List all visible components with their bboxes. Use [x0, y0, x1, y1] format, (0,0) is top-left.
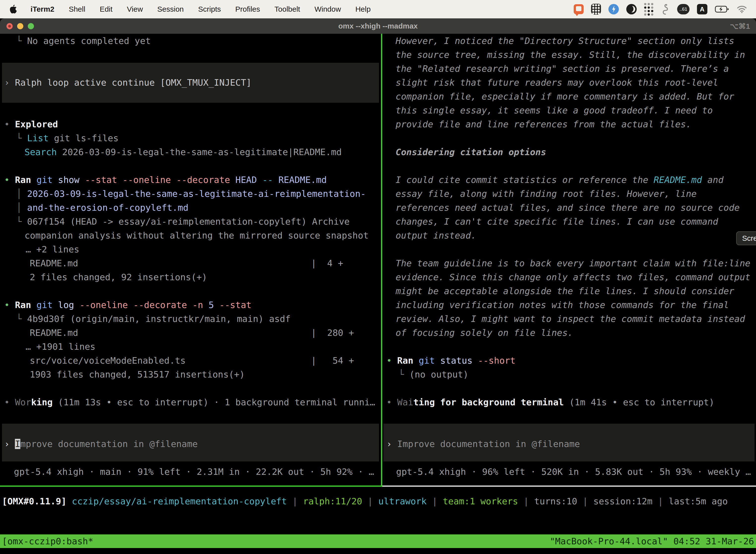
text-segment: ›: [386, 439, 397, 449]
menu-item-help[interactable]: Help: [348, 0, 378, 18]
terminal-line: … +2 lines: [4, 242, 381, 257]
text-segment: ›: [4, 77, 15, 88]
terminal-line: gpt-5.4 xhigh · 96% left · 520K in · 5.8…: [386, 465, 756, 479]
menu-item-profiles[interactable]: Profiles: [228, 0, 267, 18]
terminal-line: The team guideline is to back every impo…: [386, 257, 756, 270]
text-segment: --stat: [214, 300, 252, 310]
terminal-line: └ List git ls-files: [4, 131, 381, 145]
text-segment: and-the-erosion-of-copyleft.md: [27, 203, 188, 213]
terminal-line: output instead.: [386, 229, 756, 242]
terminal-window: └ No agents completed yet› Ralph loop ac…: [0, 34, 756, 554]
text-segment: team:1 workers: [443, 496, 518, 506]
text-segment: [OMX#0.11.9]: [2, 496, 66, 506]
terminal-line: references need actual files, and since …: [386, 201, 756, 215]
text-segment: 1903 files changed, 513517 insertions(+): [30, 369, 245, 380]
text-segment: git ls-files: [49, 133, 119, 143]
terminal-line: • Ran git status --short: [386, 354, 756, 368]
text-segment: references need actual files, and since …: [396, 203, 740, 213]
text-segment: cczip/essay/ai-reimplementation-copyleft: [66, 496, 287, 506]
terminal-line: provide file and line references from th…: [386, 117, 756, 131]
terminal-line: evidence. Since this change only affects…: [386, 270, 756, 284]
text-segment: 5: [203, 300, 214, 310]
text-segment: companion file, especially if more comme…: [396, 91, 734, 102]
menu-item-window[interactable]: Window: [307, 0, 348, 18]
text-segment: └: [398, 369, 409, 380]
percent-badge-label: ..61: [677, 4, 690, 14]
text-segment: src/voice/voiceModeEnabled.ts: [30, 355, 186, 366]
text-segment: └: [16, 133, 27, 143]
text-segment: •: [4, 300, 15, 310]
menu-items: iTerm2ShellEditViewSessionScriptsProfile…: [23, 0, 378, 18]
text-segment: --stat --oneline --decorate: [79, 175, 230, 185]
tmux-pane-left[interactable]: └ No agents completed yet› Ralph loop ac…: [0, 34, 381, 486]
pane-divider[interactable]: [381, 34, 382, 486]
terminal-line: might be acceptable alongside the file l…: [386, 284, 756, 298]
text-segment: README.md: [653, 175, 702, 185]
terminal-line: › Improve documentation in @filename: [4, 437, 381, 451]
text-segment: git: [31, 300, 53, 310]
apple-menu-icon[interactable]: [8, 4, 18, 15]
terminal-line: README.md| 4 +: [4, 257, 381, 270]
terminal-line: └ 067f154 (HEAD -> essay/ai-reimplementa…: [4, 215, 381, 229]
text-segment: log: [53, 300, 74, 310]
text-segment: mprove documentation in @filename: [20, 439, 198, 449]
menu-item-session[interactable]: Session: [150, 0, 191, 18]
text-segment: Considering citation options: [396, 147, 546, 157]
menu-item-scripts[interactable]: Scripts: [191, 0, 228, 18]
terminal-line: this single essay, it seems like a good …: [386, 104, 756, 117]
text-segment: including verification notes with those …: [396, 300, 729, 310]
menu-item-view[interactable]: View: [120, 0, 150, 18]
input-source-icon[interactable]: A: [697, 3, 707, 15]
menu-item-edit[interactable]: Edit: [92, 0, 120, 18]
text-segment: I: [15, 439, 20, 449]
terminal-line: companion analysis without altering the …: [4, 229, 381, 242]
terminal-line: • Working (11m 13s • esc to interrupt) ·…: [4, 395, 381, 409]
percent-badge-icon[interactable]: ..61: [677, 3, 690, 15]
terminal-line: review. Also, I might want to inspect th…: [386, 312, 756, 326]
terminal-line: companion file, especially if more comme…: [386, 90, 756, 104]
battery-icon[interactable]: [715, 3, 729, 15]
terminal-line: • Waiting for background terminal (1m 41…: [386, 395, 756, 409]
text-segment: ›: [4, 439, 15, 449]
keypad-shield-icon[interactable]: [591, 3, 601, 15]
dots-grid-icon[interactable]: [644, 3, 653, 15]
pane-border-bottom-left: [0, 486, 382, 487]
tmux-pane-right[interactable]: However, I noticed the "Directory Struct…: [383, 34, 756, 486]
text-segment: companion analysis without altering the …: [24, 230, 369, 240]
menu-item-toolbelt[interactable]: Toolbelt: [267, 0, 307, 18]
text-segment: 067f154 (HEAD -> essay/ai-reimplementati…: [27, 216, 350, 227]
terminal-line: • Ran git show --stat --oneline --decora…: [4, 173, 381, 187]
dragon-icon[interactable]: [661, 3, 670, 15]
terminal-line: 1903 files changed, 513517 insertions(+): [4, 368, 381, 382]
moon-circle-icon[interactable]: [626, 3, 637, 15]
text-segment: ultrawork: [378, 496, 427, 506]
text-segment: (no output): [409, 369, 468, 380]
terminal-line: README.md| 280 +: [4, 326, 381, 340]
menu-bar: iTerm2ShellEditViewSessionScriptsProfile…: [0, 0, 756, 18]
wifi-icon[interactable]: [737, 3, 747, 15]
terminal-line: the source tree, missing the essay. Stil…: [386, 48, 756, 62]
text-segment: |: [287, 496, 303, 506]
screen-share-overlay-label: Scre: [742, 234, 756, 242]
terminal-line: • Ran git log --oneline --decorate -n 5 …: [4, 298, 381, 312]
text-segment: The team guideline is to back every impo…: [396, 258, 750, 268]
text-segment: •: [4, 119, 15, 129]
text-segment: ting for background terminal: [413, 397, 564, 407]
terminal-line: … +1901 lines: [4, 340, 381, 354]
terminal-line: including verification notes with those …: [386, 298, 756, 312]
menu-item-iterm2[interactable]: iTerm2: [23, 0, 62, 18]
text-segment: └: [16, 36, 27, 46]
text-segment: … +2 lines: [25, 244, 79, 255]
menu-item-shell[interactable]: Shell: [62, 0, 92, 18]
sync-badge-icon[interactable]: [609, 3, 619, 15]
tmux-host-clock-label: "MacBook-Pro-44.local" 04:52 31-Mar-26: [550, 536, 754, 546]
text-segment: --short: [472, 355, 515, 366]
chat-badge-icon[interactable]: [574, 3, 584, 15]
text-segment: Explored: [15, 119, 58, 129]
menu-bar-left: iTerm2ShellEditViewSessionScriptsProfile…: [0, 0, 378, 18]
screen-share-overlay[interactable]: Scre: [736, 231, 756, 245]
terminal-line: └ 4b9d30f (origin/main, instructkr/main,…: [4, 312, 381, 326]
text-segment: | 54 +: [311, 354, 354, 368]
terminal-line: 2 files changed, 92 insertions(+): [4, 270, 381, 284]
terminal-line: • Explored: [4, 117, 381, 131]
